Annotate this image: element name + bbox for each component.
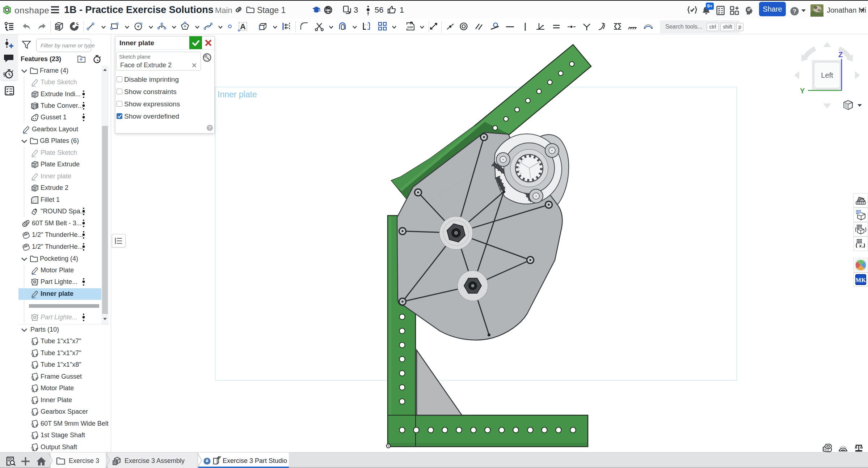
svg-text:Z: Z xyxy=(838,51,843,59)
svg-text:DXF: DXF xyxy=(408,26,413,29)
svg-text:Y: Y xyxy=(800,87,805,95)
svg-text:Left: Left xyxy=(821,71,833,79)
svg-text:MK: MK xyxy=(855,277,866,284)
svg-text:x: x xyxy=(859,243,862,248)
svg-text:A: A xyxy=(240,22,246,31)
svg-text:?: ? xyxy=(793,8,796,15)
